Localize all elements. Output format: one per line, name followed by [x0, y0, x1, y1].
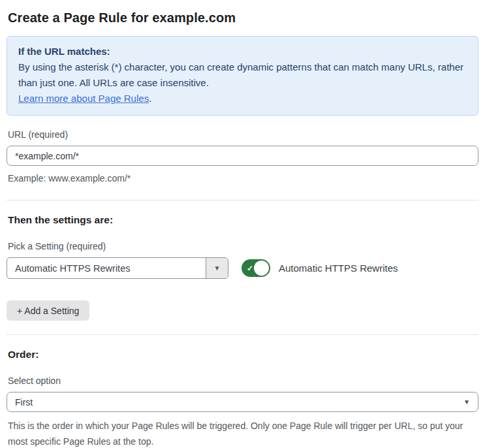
check-icon: ✓: [247, 264, 253, 272]
url-input[interactable]: [7, 146, 478, 166]
order-helper-text: This is the order in which your Page Rul…: [8, 418, 478, 448]
url-example-helper: Example: www.example.com/*: [8, 171, 478, 186]
order-select[interactable]: First ▼: [7, 392, 478, 412]
learn-more-link[interactable]: Learn more about Page Rules: [18, 93, 149, 104]
create-page-rule-form: Create a Page Rule for example.com If th…: [0, 0, 485, 448]
order-select-value: First: [15, 397, 33, 408]
chevron-down-icon: ▼: [214, 264, 221, 272]
url-field-label: URL (required): [8, 129, 478, 140]
toggle-knob: [254, 261, 269, 276]
chevron-down-icon: ▼: [463, 398, 470, 406]
info-box-heading: If the URL matches:: [18, 44, 467, 59]
setting-picker-value: Automatic HTTPS Rewrites: [7, 258, 206, 278]
order-select-label: Select option: [8, 376, 478, 386]
setting-row: Automatic HTTPS Rewrites ▼ ✓ Automatic H…: [7, 257, 478, 279]
setting-toggle-group: ✓ Automatic HTTPS Rewrites: [242, 259, 398, 277]
link-suffix: .: [149, 93, 151, 104]
add-setting-button[interactable]: + Add a Setting: [7, 300, 89, 321]
settings-section-heading: Then the settings are:: [8, 214, 478, 226]
setting-toggle-label: Automatic HTTPS Rewrites: [279, 263, 398, 274]
setting-toggle[interactable]: ✓: [242, 259, 270, 277]
info-box-link-line: Learn more about Page Rules.: [18, 91, 467, 106]
page-title: Create a Page Rule for example.com: [8, 10, 478, 25]
url-matches-info-box: If the URL matches: By using the asteris…: [7, 36, 478, 116]
pick-setting-label: Pick a Setting (required): [8, 241, 478, 251]
setting-picker-dropdown[interactable]: Automatic HTTPS Rewrites ▼: [7, 257, 228, 279]
order-section-heading: Order:: [8, 349, 478, 360]
setting-picker-arrow-button[interactable]: ▼: [206, 258, 228, 278]
divider: [7, 334, 478, 335]
info-box-body: By using the asterisk (*) character, you…: [18, 59, 467, 91]
divider: [7, 200, 478, 200]
